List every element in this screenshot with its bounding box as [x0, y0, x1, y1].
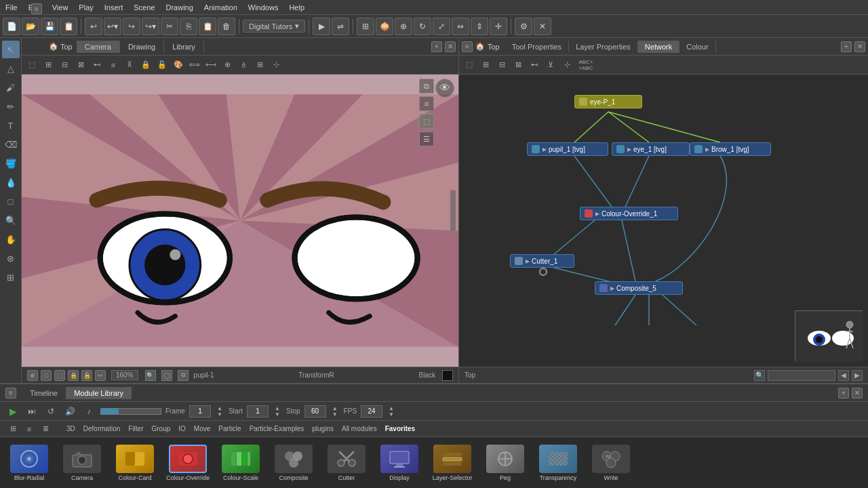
open-btn[interactable]: 📂: [22, 18, 39, 35]
mirror-btn[interactable]: ⇔: [452, 18, 469, 35]
net-tool-6[interactable]: ⊻: [543, 58, 558, 73]
cam-tool-5[interactable]: ⊷: [90, 58, 104, 73]
dropper-tool[interactable]: 💧: [2, 174, 20, 191]
camera-collapse-btn[interactable]: ≡: [31, 3, 42, 14]
transform-btn[interactable]: ⊕: [395, 18, 412, 35]
tl-close-btn[interactable]: ✕: [852, 388, 863, 399]
tab-tool-properties[interactable]: Tool Properties: [505, 41, 569, 53]
modtab-filter[interactable]: Filter: [128, 425, 143, 432]
net-tool-2[interactable]: ⊞: [478, 58, 493, 73]
cam-tool-11[interactable]: ⟺: [187, 58, 202, 73]
status-icon3[interactable]: ⬚: [54, 370, 65, 381]
module-peg[interactable]: Peg: [481, 445, 529, 481]
net-prev-btn[interactable]: ◀: [838, 370, 849, 381]
module-cutter[interactable]: Cutter: [323, 445, 370, 481]
net-tool-4[interactable]: ⊠: [511, 58, 526, 73]
status-icon2[interactable]: □: [41, 370, 52, 381]
rigging-tool[interactable]: ⊞: [2, 268, 20, 286]
grid-btn[interactable]: ⊞: [357, 18, 374, 35]
modtab-group[interactable]: Group: [152, 425, 171, 432]
sound-btn[interactable]: 🔊: [62, 404, 77, 419]
net-abc[interactable]: ABC++ABC: [576, 58, 596, 73]
undo-history-btn[interactable]: ↩▾: [104, 18, 121, 35]
camera-view-btn[interactable]: 👁: [435, 79, 454, 98]
net-search-btn[interactable]: 🔍: [754, 370, 765, 381]
cam-tool-16[interactable]: ⊹: [269, 58, 283, 73]
eraser-tool[interactable]: ⌫: [2, 136, 20, 153]
flip2-btn[interactable]: ⇕: [471, 18, 488, 35]
zoom-tool[interactable]: 🔍: [2, 211, 20, 229]
undo-btn[interactable]: ↩: [85, 18, 102, 35]
module-transparency[interactable]: Transparency: [534, 445, 582, 481]
module-composite[interactable]: Composite: [270, 445, 317, 481]
node-eye-p-1[interactable]: eye-P_1: [574, 95, 642, 108]
text-tool[interactable]: T: [2, 117, 20, 134]
modtab-io[interactable]: IO: [178, 425, 186, 432]
modtab-move[interactable]: Move: [194, 425, 210, 432]
tab-module-library[interactable]: Module Library: [66, 387, 132, 399]
tab-layer-properties[interactable]: Layer Properties: [569, 41, 638, 53]
flip-btn[interactable]: ⇌: [332, 18, 349, 35]
menu-drawing[interactable]: Drawing: [160, 2, 198, 13]
canvas-area[interactable]: 👁 ⧉ ≡ ⬚ ☰: [22, 75, 458, 367]
net-tool-5[interactable]: ⊷: [527, 58, 542, 73]
menu-file[interactable]: File: [0, 2, 23, 13]
delete-btn[interactable]: 🗑: [218, 18, 235, 35]
redo-history-btn[interactable]: ↪▾: [142, 18, 159, 35]
tab-drawing[interactable]: Drawing: [120, 41, 164, 53]
status-icon4[interactable]: 🔒: [68, 370, 79, 381]
save-btn[interactable]: 💾: [41, 18, 58, 35]
contour-tool[interactable]: △: [2, 60, 20, 77]
modtab-deformation[interactable]: Deformation: [83, 425, 120, 432]
menu-play[interactable]: Play: [73, 2, 98, 13]
settings-btn[interactable]: ⚙: [515, 18, 532, 35]
menu-scene[interactable]: Scene: [128, 2, 160, 13]
onion-btn[interactable]: 🧅: [376, 18, 393, 35]
deform-tool[interactable]: ⊛: [2, 249, 20, 267]
net-tool-3[interactable]: ⊟: [494, 58, 509, 73]
right-panel-close[interactable]: ✕: [854, 41, 865, 52]
mod-view2[interactable]: ≡: [22, 422, 37, 436]
frame-spinner[interactable]: ▲▼: [215, 404, 224, 419]
cam-tool-10[interactable]: 🎨: [171, 58, 186, 73]
layer-btn-3[interactable]: ⬚: [419, 114, 434, 129]
save-as-btn[interactable]: 📋: [60, 18, 77, 35]
tl-collapse-btn[interactable]: ≡: [5, 388, 16, 399]
stop-input[interactable]: 60: [304, 405, 326, 418]
net-tool-1[interactable]: ⬚: [462, 58, 477, 73]
next-frame-btn[interactable]: ⏭: [24, 404, 39, 419]
net-next-btn[interactable]: ▶: [852, 370, 863, 381]
cam-tool-6[interactable]: ≡: [106, 58, 121, 73]
rotate-btn[interactable]: ↻: [414, 18, 431, 35]
module-camera[interactable]: Camera: [58, 445, 106, 481]
layer-icon[interactable]: ⧉: [178, 370, 189, 381]
cam-tool-4[interactable]: ⊠: [73, 58, 88, 73]
shape-tool[interactable]: □: [2, 192, 20, 210]
node-composite-5[interactable]: ▶ Composite_5: [595, 281, 683, 295]
cam-tool-3[interactable]: ⊟: [57, 58, 72, 73]
module-colour-scale[interactable]: Colour-Scale: [217, 445, 264, 481]
node-pupil-1[interactable]: ▶ pupil_1 [tvg]: [527, 142, 608, 156]
color-swatch[interactable]: [442, 370, 453, 381]
stop-spinner[interactable]: ▲▼: [330, 404, 340, 419]
move-btn[interactable]: ✛: [490, 18, 507, 35]
start-spinner[interactable]: ▲▼: [273, 404, 282, 419]
module-display[interactable]: Display: [376, 445, 423, 481]
layer-btn-1[interactable]: ⧉: [419, 79, 434, 94]
right-collapse-btn[interactable]: ≡: [462, 41, 473, 52]
render-btn[interactable]: ▶: [313, 18, 330, 35]
loop-btn[interactable]: ↺: [43, 404, 58, 419]
modtab-plugins[interactable]: plugins: [312, 425, 334, 432]
network-area[interactable]: eye-P_1 ▶ pupil_1 [tvg] ▶ eye_1 [tvg] ▶ …: [459, 75, 868, 367]
cam-tool-12[interactable]: ⟻: [203, 58, 218, 73]
cam-panel-add[interactable]: +: [431, 41, 442, 52]
module-blur-radial[interactable]: Blur-Radial: [5, 445, 53, 481]
cam-tool-1[interactable]: ⬚: [24, 58, 39, 73]
paste-btn[interactable]: 📋: [199, 18, 216, 35]
close-btn2[interactable]: ✕: [534, 18, 551, 35]
cam-panel-close[interactable]: ✕: [445, 41, 456, 52]
layer-btn-2[interactable]: ≡: [419, 96, 434, 111]
modtab-3d[interactable]: 3D: [66, 425, 75, 432]
layer-btn-4[interactable]: ☰: [419, 131, 434, 146]
menu-animation[interactable]: Animation: [199, 2, 243, 13]
